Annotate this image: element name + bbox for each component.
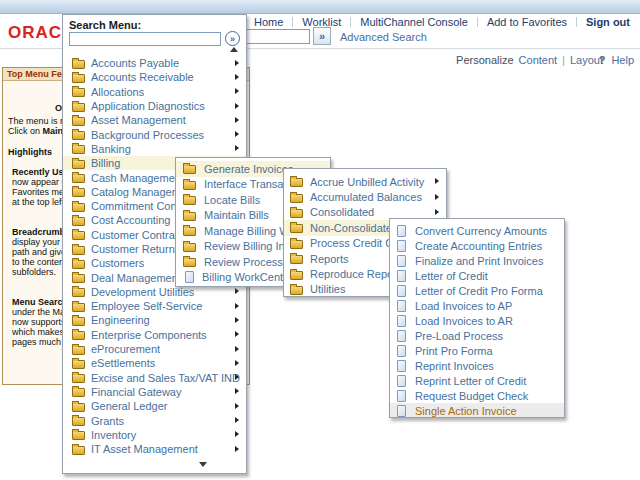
menu-item-engineering[interactable]: Engineering bbox=[63, 313, 246, 327]
folder-icon bbox=[183, 165, 196, 174]
folder-icon bbox=[290, 240, 303, 249]
folder-icon bbox=[72, 260, 85, 269]
menu-item-label: Load Invoices to AR bbox=[415, 315, 513, 327]
menu-item-banking[interactable]: Banking bbox=[63, 142, 246, 156]
menu-item-enterprise-components[interactable]: Enterprise Components bbox=[63, 328, 246, 342]
menu-item-allocations[interactable]: Allocations bbox=[63, 85, 246, 99]
non-consolidated-submenu-panel: Convert Currency AmountsCreate Accountin… bbox=[389, 218, 565, 418]
menu-item-inventory[interactable]: Inventory bbox=[63, 428, 246, 442]
submenu-arrow-icon bbox=[235, 431, 239, 437]
help-link[interactable]: Help bbox=[611, 54, 634, 66]
scroll-up-icon[interactable] bbox=[230, 47, 238, 52]
pagelet-text-line: The menu is no bbox=[8, 116, 70, 126]
page-icon bbox=[185, 271, 194, 283]
menu-item-label: Pre-Load Process bbox=[415, 330, 503, 342]
folder-icon bbox=[72, 103, 85, 112]
folder-icon bbox=[290, 286, 303, 295]
folder-icon bbox=[290, 194, 303, 203]
menu-item-general-ledger[interactable]: General Ledger bbox=[63, 399, 246, 413]
page-icon bbox=[397, 405, 406, 417]
menu-item-label: Customer Returns bbox=[91, 243, 180, 255]
advanced-search-link[interactable]: Advanced Search bbox=[340, 31, 427, 43]
submenu-arrow-icon bbox=[235, 417, 239, 423]
menu-item-reprint-invoices[interactable]: Reprint Invoices bbox=[390, 358, 564, 373]
menu-item-label: Letter of Credit bbox=[415, 270, 488, 282]
nav-link-sign-out[interactable]: Sign out bbox=[586, 16, 630, 28]
menu-search-input[interactable] bbox=[69, 32, 221, 46]
global-search-go-button[interactable]: » bbox=[313, 27, 331, 45]
menu-item-accumulated-balances[interactable]: Accumulated Balances bbox=[284, 189, 446, 204]
menu-item-label: Accrue Unbilled Activity bbox=[310, 176, 424, 188]
nav-link-home[interactable]: Home bbox=[254, 16, 283, 28]
peoplesoft-application-window: Favorites Main Menu HomeWorklistMultiCha… bbox=[0, 0, 640, 480]
folder-icon bbox=[183, 258, 196, 267]
folder-icon bbox=[183, 181, 196, 190]
menu-item-label: Finalize and Print Invoices bbox=[415, 255, 543, 267]
menu-item-letter-of-credit-pro-forma[interactable]: Letter of Credit Pro Forma bbox=[390, 283, 564, 298]
menu-item-label: Grants bbox=[91, 415, 124, 427]
menu-item-finalize-and-print-invoices[interactable]: Finalize and Print Invoices bbox=[390, 253, 564, 268]
submenu-arrow-icon bbox=[235, 145, 239, 151]
submenu-arrow-icon bbox=[235, 103, 239, 109]
menu-item-label: Reports bbox=[310, 253, 349, 265]
menu-item-excise-and-sales-tax-vat-ind[interactable]: Excise and Sales Tax/VAT IND bbox=[63, 371, 246, 385]
menu-item-reprint-letter-of-credit[interactable]: Reprint Letter of Credit bbox=[390, 373, 564, 388]
menu-item-create-accounting-entries[interactable]: Create Accounting Entries bbox=[390, 238, 564, 253]
menu-item-label: Inventory bbox=[91, 429, 136, 441]
menu-item-grants[interactable]: Grants bbox=[63, 413, 246, 427]
menu-item-print-pro-forma[interactable]: Print Pro Forma bbox=[390, 343, 564, 358]
menu-item-accounts-receivable[interactable]: Accounts Receivable bbox=[63, 70, 246, 84]
menu-item-financial-gateway[interactable]: Financial Gateway bbox=[63, 385, 246, 399]
menu-item-label: Cash Management bbox=[91, 172, 184, 184]
menu-item-label: Asset Management bbox=[91, 114, 186, 126]
scroll-down-icon[interactable] bbox=[199, 462, 207, 467]
menu-item-label: Billing bbox=[91, 157, 120, 169]
menu-item-accrue-unbilled-activity[interactable]: Accrue Unbilled Activity bbox=[284, 174, 446, 189]
menu-item-load-invoices-to-ap[interactable]: Load Invoices to AP bbox=[390, 298, 564, 313]
page-icon bbox=[397, 390, 406, 402]
menu-item-pre-load-process[interactable]: Pre-Load Process bbox=[390, 328, 564, 343]
menu-item-eprocurement[interactable]: eProcurement bbox=[63, 342, 246, 356]
folder-icon bbox=[290, 178, 303, 187]
menu-item-label: Allocations bbox=[91, 86, 144, 98]
page-icon bbox=[397, 345, 406, 357]
menu-item-label: Maintain Bills bbox=[204, 209, 269, 221]
menu-item-label: Accounts Payable bbox=[91, 57, 179, 69]
submenu-arrow-icon bbox=[235, 131, 239, 137]
menu-item-label: Application Diagnostics bbox=[91, 100, 205, 112]
menu-item-label: Excise and Sales Tax/VAT IND bbox=[91, 372, 240, 384]
menu-item-accounts-payable[interactable]: Accounts Payable bbox=[63, 56, 246, 70]
help-question-icon[interactable]: ? bbox=[599, 54, 606, 66]
menu-item-background-processes[interactable]: Background Processes bbox=[63, 127, 246, 141]
menu-item-label: Engineering bbox=[91, 314, 150, 326]
personalize-content-link[interactable]: Content bbox=[519, 54, 558, 66]
menu-item-convert-currency-amounts[interactable]: Convert Currency Amounts bbox=[390, 223, 564, 238]
folder-icon bbox=[72, 303, 85, 312]
menu-item-esettlements[interactable]: eSettlements bbox=[63, 356, 246, 370]
menu-item-label: Create Accounting Entries bbox=[415, 240, 542, 252]
submenu-arrow-icon bbox=[235, 388, 239, 394]
menu-item-employee-self-service[interactable]: Employee Self-Service bbox=[63, 299, 246, 313]
menu-item-asset-management[interactable]: Asset Management bbox=[63, 113, 246, 127]
menu-item-label: Enterprise Components bbox=[91, 329, 207, 341]
nav-link-add-to-favorites[interactable]: Add to Favorites bbox=[487, 16, 567, 28]
folder-icon bbox=[72, 360, 85, 369]
nav-link-multichannel-console[interactable]: MultiChannel Console bbox=[360, 16, 468, 28]
menu-item-load-invoices-to-ar[interactable]: Load Invoices to AR bbox=[390, 313, 564, 328]
menu-search-go-icon[interactable]: » bbox=[225, 31, 240, 46]
menu-item-label: Convert Currency Amounts bbox=[415, 225, 547, 237]
menu-item-single-action-invoice[interactable]: Single Action Invoice bbox=[390, 403, 564, 418]
menu-item-application-diagnostics[interactable]: Application Diagnostics bbox=[63, 99, 246, 113]
menu-item-it-asset-management[interactable]: IT Asset Management bbox=[63, 442, 246, 456]
folder-icon bbox=[72, 346, 85, 355]
menu-item-label: Cost Accounting bbox=[91, 214, 171, 226]
pagelet-text-line: at the top left. bbox=[12, 197, 67, 207]
menu-item-request-budget-check[interactable]: Request Budget Check bbox=[390, 388, 564, 403]
page-icon bbox=[397, 330, 406, 342]
folder-icon bbox=[290, 224, 303, 233]
pagelet-text-line: Highlights bbox=[8, 147, 52, 157]
menu-item-letter-of-credit[interactable]: Letter of Credit bbox=[390, 268, 564, 283]
menu-item-label: General Ledger bbox=[91, 400, 167, 412]
folder-icon bbox=[183, 227, 196, 236]
menu-item-label: Utilities bbox=[310, 283, 345, 295]
